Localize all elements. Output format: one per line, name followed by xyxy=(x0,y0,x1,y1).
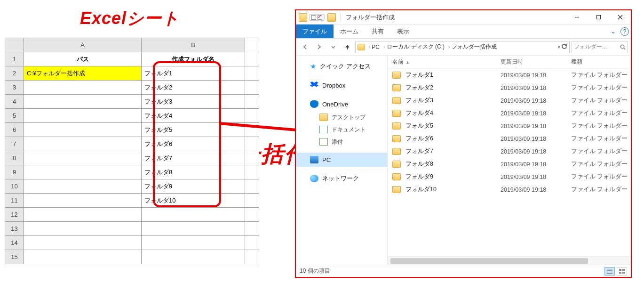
col-header-b[interactable]: B xyxy=(142,38,245,52)
row-number[interactable]: 3 xyxy=(5,81,24,95)
cell-b1[interactable]: 作成フォルダ名 xyxy=(142,52,245,66)
row-number[interactable]: 7 xyxy=(5,137,24,151)
view-details-button[interactable] xyxy=(604,267,615,276)
nav-network[interactable]: ネットワーク xyxy=(296,171,387,186)
minimize-button[interactable] xyxy=(566,11,588,24)
folder-icon xyxy=(392,173,401,180)
cell[interactable]: フォルダ10 xyxy=(142,194,245,208)
row-number[interactable]: 5 xyxy=(5,109,24,123)
col-header-a[interactable]: A xyxy=(24,38,142,52)
cell[interactable] xyxy=(142,236,245,250)
cell[interactable] xyxy=(24,137,142,151)
nav-pictures[interactable]: 添付 xyxy=(296,136,387,148)
nav-documents[interactable]: ドキュメント xyxy=(296,123,387,136)
search-input[interactable]: フォルダー... xyxy=(572,41,628,53)
row-number[interactable]: 12 xyxy=(5,208,24,222)
cell[interactable] xyxy=(24,123,142,137)
cell[interactable] xyxy=(24,222,142,236)
col-header-name[interactable]: 名前▲ xyxy=(392,58,501,66)
file-date: 2019/03/09 19:18 xyxy=(501,123,571,130)
navigation-pane: ★クイック アクセス Dropbox OneDrive デスクトップ ドキュメン… xyxy=(296,56,388,265)
cell[interactable] xyxy=(24,81,142,95)
col-header-type[interactable]: 種類 xyxy=(571,58,631,66)
cell[interactable] xyxy=(142,222,245,236)
cell-a1[interactable]: パス xyxy=(24,52,142,66)
tab-file[interactable]: ファイル xyxy=(296,24,334,38)
file-row[interactable]: フォルダ102019/03/09 19:18ファイル フォルダー xyxy=(388,183,631,196)
file-row[interactable]: フォルダ92019/03/09 19:18ファイル フォルダー xyxy=(388,170,631,183)
grid-icon xyxy=(619,269,625,274)
row-number[interactable]: 8 xyxy=(5,151,24,165)
cell-b2[interactable]: フォルダ1 xyxy=(142,66,245,81)
address-dropdown-icon[interactable]: ▾ xyxy=(558,45,560,49)
row-number[interactable]: 15 xyxy=(5,250,24,264)
cell-a2-path[interactable]: C:¥フォルダ一括作成 xyxy=(24,66,142,81)
cell[interactable] xyxy=(24,250,142,264)
svg-point-6 xyxy=(620,45,624,48)
cell[interactable]: フォルダ8 xyxy=(142,165,245,179)
cell[interactable]: フォルダ5 xyxy=(142,123,245,137)
refresh-button[interactable] xyxy=(561,43,567,51)
ribbon-expand-button[interactable]: ⌄ xyxy=(607,26,619,37)
file-row[interactable]: フォルダ52019/03/09 19:18ファイル フォルダー xyxy=(388,120,631,132)
breadcrumb-pc[interactable]: ›PC xyxy=(367,44,381,50)
cell[interactable]: フォルダ7 xyxy=(142,151,245,165)
cell[interactable] xyxy=(142,208,245,222)
nav-recent-button[interactable] xyxy=(327,41,339,53)
nav-forward-button[interactable] xyxy=(313,41,325,53)
row-number[interactable]: 11 xyxy=(5,194,24,208)
cell[interactable] xyxy=(24,109,142,123)
cell[interactable] xyxy=(24,208,142,222)
breadcrumb-drive[interactable]: ›ローカル ディスク (C:) xyxy=(382,43,446,51)
row-number[interactable]: 1 xyxy=(5,52,24,66)
cell[interactable]: フォルダ9 xyxy=(142,179,245,194)
address-bar[interactable]: ›PC ›ローカル ディスク (C:) ›フォルダ一括作成 ▾ xyxy=(355,41,570,53)
cell[interactable] xyxy=(24,151,142,165)
row-number[interactable]: 6 xyxy=(5,123,24,137)
col-header-date[interactable]: 更新日時 xyxy=(501,58,571,66)
row-number[interactable]: 9 xyxy=(5,165,24,179)
cell[interactable] xyxy=(24,179,142,194)
row-number[interactable]: 13 xyxy=(5,222,24,236)
row-number[interactable]: 4 xyxy=(5,95,24,109)
breadcrumb-folder[interactable]: ›フォルダ一括作成 xyxy=(447,43,498,51)
tab-home[interactable]: ホーム xyxy=(334,24,365,38)
nav-quick-access[interactable]: ★クイック アクセス xyxy=(296,59,387,73)
file-row[interactable]: フォルダ82019/03/09 19:18ファイル フォルダー xyxy=(388,158,631,170)
file-row[interactable]: フォルダ22019/03/09 19:18ファイル フォルダー xyxy=(388,81,631,94)
file-row[interactable]: フォルダ42019/03/09 19:18ファイル フォルダー xyxy=(388,107,631,120)
cell[interactable] xyxy=(24,95,142,109)
horizontal-scrollbar[interactable] xyxy=(388,256,631,265)
nav-desktop[interactable]: デスクトップ xyxy=(296,111,387,123)
cell[interactable]: フォルダ4 xyxy=(142,109,245,123)
file-date: 2019/03/09 19:18 xyxy=(501,110,571,117)
close-button[interactable] xyxy=(609,11,631,24)
nav-pc[interactable]: PC xyxy=(296,153,387,167)
nav-back-button[interactable] xyxy=(299,41,311,53)
row-number[interactable]: 14 xyxy=(5,236,24,250)
file-row[interactable]: フォルダ32019/03/09 19:18ファイル フォルダー xyxy=(388,94,631,107)
file-row[interactable]: フォルダ12019/03/09 19:18ファイル フォルダー xyxy=(388,69,631,81)
cell[interactable] xyxy=(142,250,245,264)
row-number[interactable]: 10 xyxy=(5,179,24,194)
file-date: 2019/03/09 19:18 xyxy=(501,97,571,104)
cell[interactable]: フォルダ2 xyxy=(142,81,245,95)
cell[interactable] xyxy=(24,236,142,250)
file-row[interactable]: フォルダ72019/03/09 19:18ファイル フォルダー xyxy=(388,145,631,158)
maximize-button[interactable] xyxy=(588,11,609,24)
help-button[interactable]: ? xyxy=(620,27,629,36)
qat-group[interactable] xyxy=(309,14,325,21)
tab-share[interactable]: 共有 xyxy=(365,24,390,38)
cell[interactable]: フォルダ6 xyxy=(142,137,245,151)
cell[interactable]: フォルダ3 xyxy=(142,95,245,109)
view-icons-button[interactable] xyxy=(617,267,627,276)
nav-dropbox[interactable]: Dropbox xyxy=(296,78,387,92)
tab-view[interactable]: 表示 xyxy=(390,24,416,38)
excel-corner[interactable] xyxy=(5,38,24,52)
cell[interactable] xyxy=(24,165,142,179)
nav-up-button[interactable] xyxy=(341,41,353,53)
cell[interactable] xyxy=(24,194,142,208)
row-number[interactable]: 2 xyxy=(5,66,24,81)
file-row[interactable]: フォルダ62019/03/09 19:18ファイル フォルダー xyxy=(388,132,631,145)
nav-onedrive[interactable]: OneDrive xyxy=(296,97,387,111)
